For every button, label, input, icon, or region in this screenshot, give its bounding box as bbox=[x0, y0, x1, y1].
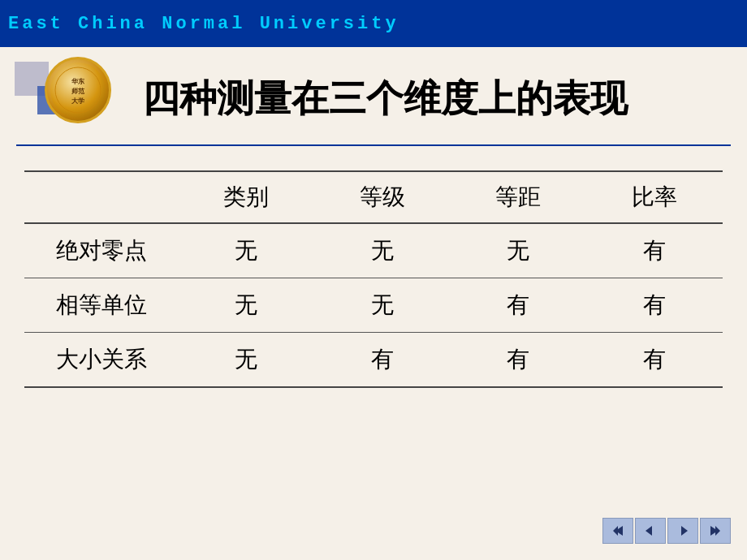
cell-0-1: 无 bbox=[178, 223, 314, 278]
table-header-row: 类别 等级 等距 比率 bbox=[24, 171, 723, 223]
nav-next-icon bbox=[676, 524, 689, 537]
cell-1-3: 有 bbox=[451, 278, 587, 333]
cell-2-3: 有 bbox=[451, 333, 587, 388]
col-header-rank: 等级 bbox=[314, 171, 451, 223]
svg-text:华东: 华东 bbox=[71, 77, 85, 85]
logo-inner: 华东 师范 大学 bbox=[50, 62, 106, 118]
cell-1-2: 无 bbox=[314, 278, 451, 333]
svg-text:师范: 师范 bbox=[71, 88, 85, 95]
row-label-absolute-zero: 绝对零点 bbox=[24, 223, 178, 278]
svg-text:大学: 大学 bbox=[71, 97, 84, 105]
slide-content: 华东 师范 大学 四种测量在三个维度上的表现 类别 等级 等距 比率 bbox=[0, 47, 747, 560]
nav-prev-icon bbox=[644, 524, 657, 537]
nav-first-button[interactable] bbox=[602, 518, 633, 544]
slide-title: 四种测量在三个维度上的表现 bbox=[142, 74, 628, 124]
col-header-interval: 等距 bbox=[451, 171, 587, 223]
measurement-table: 类别 等级 等距 比率 绝对零点 无 无 无 有 相等单位 无 无 bbox=[24, 170, 723, 388]
header-divider bbox=[16, 144, 731, 146]
cell-2-4: 有 bbox=[586, 333, 723, 388]
row-label-size-relation: 大小关系 bbox=[24, 333, 178, 388]
svg-marker-4 bbox=[613, 526, 623, 536]
data-table-container: 类别 等级 等距 比率 绝对零点 无 无 无 有 相等单位 无 无 bbox=[24, 170, 723, 388]
row-label-equal-unit: 相等单位 bbox=[24, 278, 178, 333]
cell-2-1: 无 bbox=[178, 333, 314, 388]
table-row: 绝对零点 无 无 无 有 bbox=[24, 223, 723, 278]
table-row: 相等单位 无 无 有 有 bbox=[24, 278, 723, 333]
nav-last-icon bbox=[709, 524, 722, 537]
nav-prev-button[interactable] bbox=[635, 518, 666, 544]
cell-0-4: 有 bbox=[586, 223, 723, 278]
nav-last-button[interactable] bbox=[700, 518, 731, 544]
cell-1-1: 无 bbox=[178, 278, 314, 333]
nav-first-icon bbox=[611, 524, 624, 537]
cell-0-2: 无 bbox=[314, 223, 451, 278]
table-row: 大小关系 无 有 有 有 bbox=[24, 333, 723, 388]
cell-2-2: 有 bbox=[314, 333, 451, 388]
logo-circle: 华东 师范 大学 bbox=[45, 57, 111, 123]
cell-0-3: 无 bbox=[451, 223, 587, 278]
svg-marker-7 bbox=[710, 526, 720, 536]
university-title: East China Normal University bbox=[8, 14, 399, 34]
svg-marker-5 bbox=[646, 526, 652, 536]
cell-1-4: 有 bbox=[586, 278, 723, 333]
col-header-category: 类别 bbox=[178, 171, 314, 223]
slide-header: 华东 师范 大学 四种测量在三个维度上的表现 bbox=[0, 47, 747, 144]
svg-marker-6 bbox=[681, 526, 688, 536]
nav-next-button[interactable] bbox=[667, 518, 698, 544]
top-bar: East China Normal University bbox=[0, 0, 747, 47]
col-header-ratio: 比率 bbox=[586, 171, 723, 223]
col-header-empty bbox=[24, 171, 178, 223]
nav-buttons bbox=[602, 518, 731, 544]
logo-container: 华东 师范 大学 bbox=[45, 57, 111, 123]
